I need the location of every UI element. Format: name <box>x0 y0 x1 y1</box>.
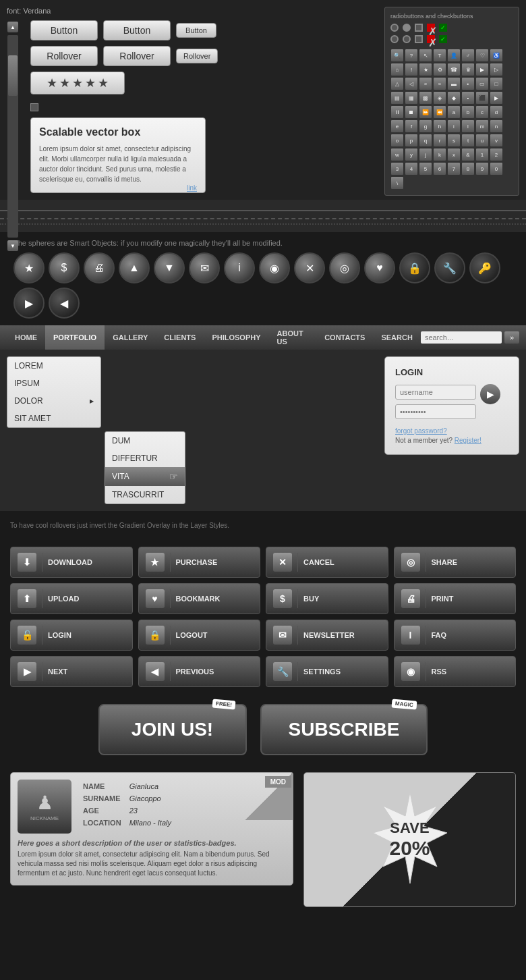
sub-trascurrit[interactable]: TRASCURRIT <box>105 486 185 503</box>
icon-b[interactable]: b <box>461 105 475 119</box>
buy-button[interactable]: $ BUY <box>266 583 388 614</box>
icon-6[interactable]: 6 <box>433 162 446 175</box>
sphere-play[interactable]: ▶ <box>13 288 45 319</box>
icon-gear[interactable]: ⚙ <box>433 63 446 76</box>
icon-l[interactable]: l <box>461 119 475 133</box>
sphere-back[interactable]: ◀ <box>49 288 80 319</box>
nav-gallery[interactable]: GALLERY <box>105 325 156 350</box>
icon-double-arrow[interactable]: » <box>433 77 446 90</box>
icon-x[interactable]: x <box>447 148 461 161</box>
faq-button[interactable]: i FAQ <box>394 620 517 651</box>
icon-tag[interactable]: ⬛ <box>475 91 489 105</box>
icon-play[interactable]: ▶ <box>490 91 503 105</box>
sub-dum[interactable]: DUM <box>105 432 185 450</box>
icon-text[interactable]: T <box>433 49 446 62</box>
nav-home[interactable]: HOME <box>7 325 45 350</box>
icon-film[interactable]: ▤ <box>390 91 404 105</box>
star-rating[interactable]: ★ ★ ★ ★ ★ <box>30 72 125 94</box>
password-input[interactable] <box>395 404 476 419</box>
icon-j[interactable]: j <box>419 148 432 161</box>
icon-bar2[interactable]: ▪ <box>461 77 475 90</box>
radio-unchecked-1[interactable] <box>390 24 399 32</box>
icon-u[interactable]: u <box>475 134 489 147</box>
checkbox-checked-red-1[interactable]: ✗ <box>427 24 435 32</box>
sub-vita[interactable]: VITA ☞ <box>105 467 185 486</box>
sphere-heart[interactable]: ♥ <box>364 252 395 283</box>
icon-5[interactable]: 5 <box>419 162 432 175</box>
icon-y[interactable]: y <box>405 148 418 161</box>
icon-bullet[interactable]: • <box>461 91 475 105</box>
upload-button[interactable]: ⬆ UPLOAD <box>10 583 133 614</box>
icon-a[interactable]: a <box>447 105 461 119</box>
icon-misc1[interactable]: ◈ <box>433 91 446 105</box>
scroll-thumb[interactable] <box>8 55 18 96</box>
nav-about[interactable]: ABOUT US <box>269 325 317 350</box>
scalable-link[interactable]: link <box>187 184 197 192</box>
nav-portfolio[interactable]: PORTFOLIO <box>45 325 105 350</box>
settings-button[interactable]: 🔧 SETTINGS <box>266 656 388 687</box>
icon-c[interactable]: c <box>475 105 489 119</box>
sphere-x[interactable]: ✕ <box>294 252 325 283</box>
icon-arrow-r[interactable]: ▶ <box>475 63 489 76</box>
subscribe-button[interactable]: MAGIC SUBSCRIBE <box>260 704 428 755</box>
icon-question[interactable]: ? <box>405 49 418 62</box>
icon-pause[interactable]: ⏸ <box>390 105 404 119</box>
sphere-lock2[interactable]: 🔑 <box>469 252 500 283</box>
icon-v[interactable]: v <box>490 134 503 147</box>
cancel-button[interactable]: ✕ CANCEL <box>266 547 388 578</box>
icon-home[interactable]: ⌂ <box>390 63 404 76</box>
icon-triangle[interactable]: △ <box>390 77 404 90</box>
icon-person[interactable]: 👤 <box>447 49 461 62</box>
icon-amp[interactable]: & <box>461 148 475 161</box>
icon-3[interactable]: 3 <box>390 162 404 175</box>
sphere-wrench[interactable]: 🔧 <box>434 252 465 283</box>
rollover-1[interactable]: Rollover <box>30 46 98 66</box>
sphere-info[interactable]: i <box>224 252 255 283</box>
icon-s[interactable]: s <box>447 134 461 147</box>
bookmark-button[interactable]: ♥ BOOKMARK <box>138 583 261 614</box>
share-button[interactable]: ◎ SHARE <box>394 547 517 578</box>
icon-cursor[interactable]: ↖ <box>419 49 432 62</box>
join-us-button[interactable]: FREE! JOIN US! <box>98 704 247 755</box>
icon-exclaim[interactable]: ! <box>405 63 418 76</box>
icon-male[interactable]: ♂ <box>461 49 475 62</box>
previous-button[interactable]: ◀ PREVIOUS <box>138 656 261 687</box>
dropdown-ipsum[interactable]: IPSUM <box>7 375 100 392</box>
icon-h[interactable]: h <box>433 119 446 133</box>
sphere-dollar[interactable]: $ <box>49 252 80 283</box>
rollover-2[interactable]: Rollover <box>103 46 171 66</box>
icon-d[interactable]: d <box>490 105 503 119</box>
checkbox-checked-green-1[interactable]: ✓ <box>439 24 447 32</box>
icon-phone[interactable]: ☎ <box>447 63 461 76</box>
icon-4[interactable]: 4 <box>405 162 418 175</box>
radio-checked-1[interactable] <box>403 24 411 32</box>
login-button[interactable]: 🔓 LOGIN <box>10 620 133 651</box>
icon-7[interactable]: 7 <box>447 162 461 175</box>
icon-rect[interactable]: ▭ <box>475 77 489 90</box>
icon-n[interactable]: n <box>490 119 503 133</box>
print-button[interactable]: 🖨 PRINT <box>394 583 517 614</box>
nav-search-input[interactable] <box>421 331 502 344</box>
icon-f[interactable]: f <box>405 119 418 133</box>
icon-i[interactable]: i <box>447 119 461 133</box>
button-2[interactable]: Button <box>103 20 171 40</box>
icon-magnify[interactable]: 🔍 <box>390 49 404 62</box>
icon-grid-sm[interactable]: ▦ <box>405 91 418 105</box>
icon-0[interactable]: 0 <box>490 162 503 175</box>
icon-stop[interactable]: ⏹ <box>405 105 418 119</box>
icon-1[interactable]: 1 <box>475 148 489 161</box>
rss-button[interactable]: ◉ RSS <box>394 656 517 687</box>
icon-star-sm[interactable]: ★ <box>419 63 432 76</box>
icon-diamond[interactable]: ◆ <box>447 91 461 105</box>
icon-w[interactable]: w <box>390 148 404 161</box>
register-link[interactable]: Register! <box>455 437 481 444</box>
icon-bar1[interactable]: ▬ <box>447 77 461 90</box>
nav-clients[interactable]: CLIENTS <box>156 325 204 350</box>
sphere-up[interactable]: ▲ <box>119 252 150 283</box>
checkbox-unchecked-1[interactable] <box>415 24 423 32</box>
icon-m[interactable]: m <box>475 119 489 133</box>
sphere-print[interactable]: 🖨 <box>84 252 115 283</box>
forgot-password-link[interactable]: forgot password? <box>395 427 508 435</box>
icon-backslash[interactable]: \ <box>390 176 404 190</box>
icon-arrow-ll[interactable]: « <box>419 77 432 90</box>
